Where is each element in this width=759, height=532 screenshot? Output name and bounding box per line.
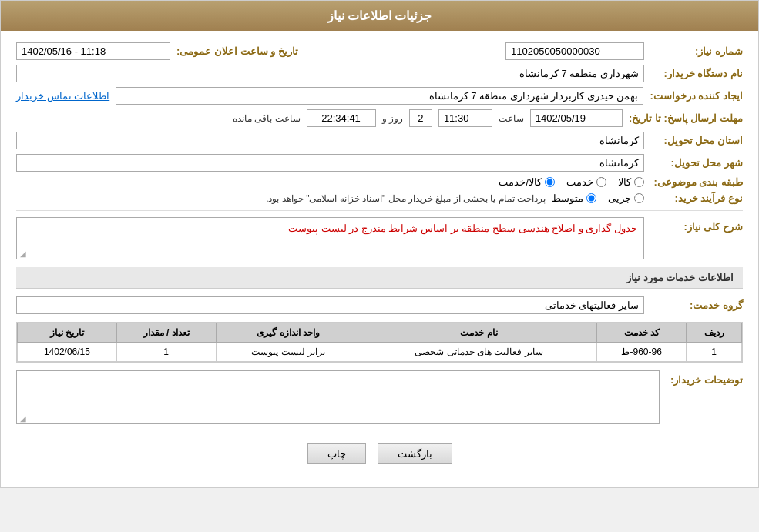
need-number-label: شماره نیاز:: [650, 45, 743, 57]
buyer-notes-label: توضیحات خریدار:: [666, 370, 743, 386]
description-row: شرح کلی نیاز: جدول گذاری و اصلاح هندسی س…: [16, 217, 743, 259]
subject-option-1: کالا: [618, 176, 644, 188]
purchase-note: پرداخت تمام یا بخشی از مبلغ خریدار محل "…: [266, 193, 546, 204]
cell-qty: 1: [116, 343, 216, 362]
cell-name: سایر فعالیت های خدماتی شخصی: [361, 343, 596, 362]
province-row: استان محل تحویل: کرمانشاه: [16, 132, 743, 149]
purchase-type-label: نوع فرآیند خرید:: [650, 192, 743, 204]
bottom-buttons: بازگشت چاپ: [16, 432, 743, 476]
response-time-label: ساعت: [499, 113, 524, 124]
services-table-container: ردیف کد خدمت نام خدمت واحد اندازه گیری ت…: [16, 322, 743, 363]
main-container: جزئیات اطلاعات نیاز شماره نیاز: 11020500…: [0, 0, 759, 488]
response-date: 1402/05/19: [530, 109, 623, 127]
city-label: شهر محل تحویل:: [650, 157, 743, 169]
announcement-date-label: تاریخ و ساعت اعلان عمومی:: [176, 45, 298, 57]
page-content: شماره نیاز: 1102050050000030 تاریخ و ساع…: [1, 31, 758, 487]
service-group-label: گروه خدمت:: [650, 299, 743, 311]
subject-label-kala-khedmat: کالا/خدمت: [499, 176, 542, 188]
col-qty: تعداد / مقدار: [116, 323, 216, 343]
purchase-radio-motavset[interactable]: [586, 193, 596, 203]
description-value: جدول گذاری و اصلاح هندسی سطح منطقه بر اس…: [16, 217, 644, 259]
page-header: جزئیات اطلاعات نیاز: [1, 1, 758, 31]
cell-row: 1: [687, 343, 742, 362]
buyer-org-label: نام دستگاه خریدار:: [650, 68, 743, 79]
requester-value: بهمن حیدری کاربردار شهرداری منطقه 7 کرما…: [116, 87, 643, 105]
cell-date: 1402/06/15: [18, 343, 117, 362]
service-info-title: اطلاعات خدمات مورد نیاز: [16, 267, 743, 289]
purchase-label-motavset: متوسط: [552, 192, 583, 204]
requester-row: ایجاد کننده درخواست: بهمن حیدری کاربردار…: [16, 87, 743, 105]
purchase-option-jozi: جزیی: [608, 192, 644, 204]
subject-radio-group: کالا خدمت کالا/خدمت: [499, 176, 644, 188]
subject-label: طبقه بندی موضوعی:: [650, 176, 743, 188]
response-time: 11:30: [438, 109, 492, 127]
resize-handle[interactable]: ◢: [18, 249, 26, 257]
page-title: جزئیات اطلاعات نیاز: [327, 9, 432, 22]
subject-label-kala: کالا: [618, 176, 631, 188]
divider-1: [16, 210, 743, 211]
buyer-notes-value: ◢: [16, 370, 660, 424]
back-button[interactable]: بازگشت: [378, 443, 452, 464]
subject-radio-khedmat[interactable]: [596, 177, 606, 187]
subject-row: طبقه بندی موضوعی: کالا خدمت کالا/خدمت: [16, 176, 743, 188]
purchase-option-motavset: متوسط: [552, 192, 596, 204]
col-date: تاریخ نیاز: [18, 323, 117, 343]
notes-resize-handle[interactable]: ◢: [18, 414, 26, 422]
subject-option-2: خدمت: [566, 176, 606, 188]
province-label: استان محل تحویل:: [650, 135, 743, 146]
requester-link[interactable]: اطلاعات تماس خریدار: [16, 90, 109, 102]
province-value: کرمانشاه: [16, 132, 644, 149]
col-row: ردیف: [687, 323, 742, 343]
col-code: کد خدمت: [597, 323, 687, 343]
services-table: ردیف کد خدمت نام خدمت واحد اندازه گیری ت…: [17, 323, 742, 362]
countdown-value: 22:34:41: [307, 109, 376, 127]
purchase-label-jozi: جزیی: [608, 192, 631, 204]
purchase-radio-group: جزیی متوسط: [552, 192, 644, 204]
subject-radio-kala[interactable]: [634, 177, 644, 187]
need-number-value: 1102050050000030: [505, 42, 644, 60]
service-group-row: گروه خدمت: سایر فعالیتهای خدماتی: [16, 296, 743, 314]
table-header-row: ردیف کد خدمت نام خدمت واحد اندازه گیری ت…: [18, 323, 742, 343]
purchase-radio-jozi[interactable]: [634, 193, 644, 203]
description-text: جدول گذاری و اصلاح هندسی سطح منطقه بر اس…: [288, 223, 637, 234]
response-days: 2: [409, 109, 432, 127]
subject-option-3: کالا/خدمت: [499, 176, 555, 188]
city-row: شهر محل تحویل: کرمانشاه: [16, 154, 743, 172]
buyer-org-row: نام دستگاه خریدار: شهرداری منطقه 7 کرمان…: [16, 65, 743, 82]
service-group-value: سایر فعالیتهای خدماتی: [16, 296, 644, 314]
response-deadline-row: مهلت ارسال پاسخ: تا تاریخ: 1402/05/19 سا…: [16, 109, 743, 127]
cell-unit: برابر لیست پیوست: [216, 343, 361, 362]
col-name: نام خدمت: [361, 323, 596, 343]
city-value: کرمانشاه: [16, 154, 644, 172]
buyer-org-value: شهرداری منطقه 7 کرمانشاه: [16, 65, 644, 82]
cell-code: 960-96-ط: [597, 343, 687, 362]
need-number-row: شماره نیاز: 1102050050000030 تاریخ و ساع…: [16, 42, 743, 60]
buyer-notes-container: ◢: [16, 370, 660, 424]
table-row: 1 960-96-ط سایر فعالیت های خدماتی شخصی ب…: [18, 343, 742, 362]
response-day-label: روز و: [382, 113, 403, 124]
countdown-label: ساعت باقی مانده: [233, 113, 301, 124]
subject-label-khedmat: خدمت: [566, 176, 593, 188]
col-unit: واحد اندازه گیری: [216, 323, 361, 343]
print-button[interactable]: چاپ: [307, 443, 366, 464]
subject-radio-kala-khedmat[interactable]: [545, 177, 555, 187]
announcement-date-value: 1402/05/16 - 11:18: [16, 42, 170, 60]
buyer-notes-section: توضیحات خریدار: ◢: [16, 370, 743, 424]
purchase-type-row: نوع فرآیند خرید: جزیی متوسط پرداخت تمام …: [16, 192, 743, 204]
requester-label: ایجاد کننده درخواست:: [650, 90, 743, 102]
response-deadline-label: مهلت ارسال پاسخ: تا تاریخ:: [629, 112, 743, 124]
description-label: شرح کلی نیاز:: [650, 217, 743, 233]
